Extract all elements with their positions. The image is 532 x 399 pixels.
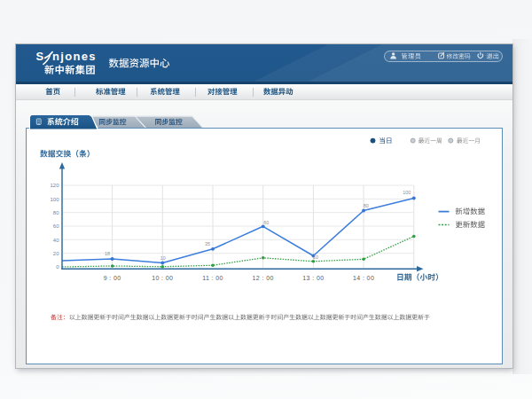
svg-text:0: 0 — [56, 264, 59, 270]
svg-text:10: 10 — [313, 254, 318, 260]
svg-text:9 : 00: 9 : 00 — [104, 275, 121, 281]
svg-text:18: 18 — [105, 251, 110, 256]
svg-text:100: 100 — [50, 197, 59, 202]
svg-text:11 : 00: 11 : 00 — [202, 275, 223, 281]
svg-text:13 : 00: 13 : 00 — [302, 275, 324, 281]
svg-text:120: 120 — [50, 183, 59, 188]
svg-text:20: 20 — [53, 251, 59, 256]
svg-text:100: 100 — [403, 190, 411, 195]
svg-text:10: 10 — [160, 255, 166, 261]
svg-text:80: 80 — [53, 210, 59, 215]
svg-text:60: 60 — [53, 223, 59, 229]
svg-text:35: 35 — [205, 241, 210, 246]
svg-text:14 : 00: 14 : 00 — [353, 275, 374, 281]
svg-text:80: 80 — [364, 203, 369, 208]
svg-text:12 : 00: 12 : 00 — [253, 275, 274, 281]
svg-text:60: 60 — [263, 220, 269, 225]
svg-text:10 : 00: 10 : 00 — [152, 275, 173, 281]
svg-text:40: 40 — [53, 238, 59, 243]
